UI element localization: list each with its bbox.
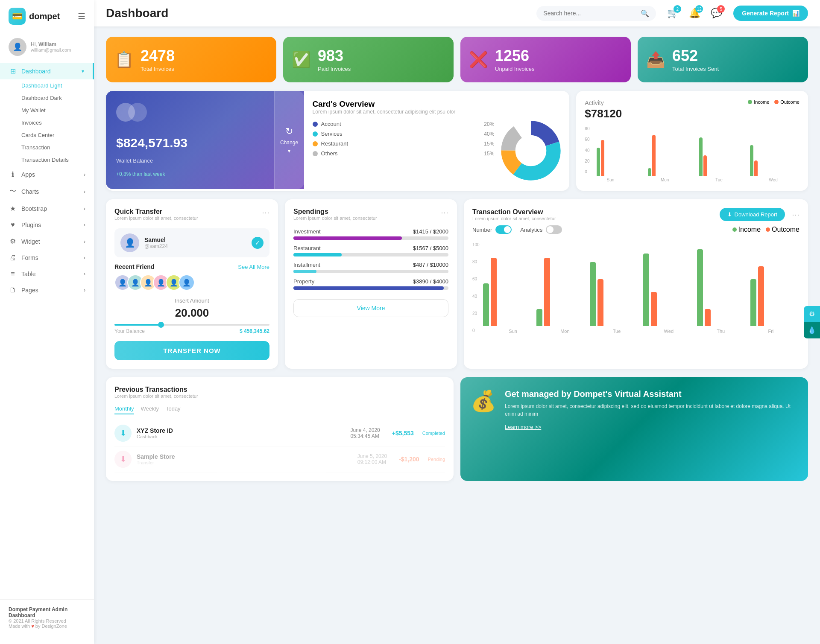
virtual-assistant-card: 💰 Get managed by Dompet's Virtual Assist… <box>460 377 808 481</box>
transaction-row-1: ⬇ XYZ Store ID Cashback June 4, 2020 05:… <box>114 420 445 446</box>
refresh-icon: ↻ <box>285 126 293 137</box>
sidebar-item-invoices[interactable]: Invoices <box>9 117 94 129</box>
paid-invoices-icon: ✅ <box>292 51 311 69</box>
sidebar: 💳 dompet ☰ 👤 Hi, William william@gmail.c… <box>0 0 94 644</box>
widget-arrow: › <box>84 239 85 245</box>
va-learn-more-link[interactable]: Learn more >> <box>505 424 541 430</box>
sidebar-item-transaction-details[interactable]: Transaction Details <box>9 154 94 166</box>
dashboard-subnav: Dashboard Light Dashboard Dark My Wallet… <box>0 79 94 166</box>
toggle-number-switch[interactable] <box>495 225 512 234</box>
sidebar-item-dashboard-dark[interactable]: Dashboard Dark <box>9 92 94 104</box>
to-legend: Income Outcome <box>732 226 800 233</box>
user-info: Hi, William william@gmail.com <box>31 41 71 52</box>
qt-menu-icon[interactable]: ⋯ <box>262 208 269 217</box>
transaction-row-2: ⬇ Sample Store Transfer June 5, 2020 09:… <box>114 446 445 472</box>
download-icon: ⬇ <box>727 211 732 218</box>
sidebar-item-charts[interactable]: 〜 Charts › <box>0 183 94 200</box>
sidebar-logo-area: 💳 dompet ☰ <box>0 0 94 31</box>
table-arrow: › <box>84 271 85 277</box>
hamburger-icon[interactable]: ☰ <box>78 11 85 21</box>
pie-chart <box>501 121 561 181</box>
legend-others: Others 15% <box>313 150 495 157</box>
cards-overview-subtitle: Lorem ipsum dolor sit amet, consectetur … <box>313 109 561 115</box>
to-title: Transaction Overview <box>472 208 556 216</box>
sidebar-item-my-wallet[interactable]: My Wallet <box>9 104 94 117</box>
balance-amount: $ 456,345.62 <box>240 328 269 334</box>
table-icon: ≡ <box>9 270 17 278</box>
settings-float-button[interactable]: ⚙ <box>804 306 820 322</box>
plugins-icon: ♥ <box>9 221 17 229</box>
sidebar-item-widget[interactable]: ⚙ Widget › <box>0 233 94 250</box>
cards-overview-panel: Card's Overview Lorem ipsum dolor sit am… <box>304 91 570 189</box>
spendings-menu-icon[interactable]: ⋯ <box>441 208 448 217</box>
water-float-button[interactable]: 💧 <box>804 322 820 338</box>
view-more-button[interactable]: View More <box>293 299 448 317</box>
friends-row: Recent Friend See All More <box>114 263 269 270</box>
message-icon-btn[interactable]: 💬 5 <box>708 5 725 21</box>
wallet-card: $824,571.93 Wallet Balance +0,8% than la… <box>106 91 304 189</box>
slider-thumb[interactable] <box>158 322 164 328</box>
total-invoices-icon: 📋 <box>114 51 134 69</box>
to-menu-icon[interactable]: ⋯ <box>792 210 800 219</box>
legend-services: Services 40% <box>313 131 495 137</box>
va-description: Lorem ipsum dolor sit amet, consectetur … <box>505 402 798 418</box>
tab-monthly[interactable]: Monthly <box>114 405 134 414</box>
header-icons: 🛒 2 🔔 12 💬 5 <box>665 5 725 21</box>
sidebar-item-pages[interactable]: 🗋 Pages › <box>0 282 94 298</box>
download-report-button[interactable]: ⬇ Download Report <box>720 208 785 221</box>
sidebar-item-cards-center[interactable]: Cards Center <box>9 129 94 141</box>
friend-avatar-6: 👤 <box>179 274 195 291</box>
dashboard-icon: ⊞ <box>9 67 17 75</box>
search-input[interactable] <box>543 10 637 17</box>
transfer-now-button[interactable]: TRANSFER NOW <box>114 341 269 360</box>
paid-invoices-number: 983 <box>318 47 351 65</box>
to-subtitle: Lorem ipsum dolor sit amet, consectetur <box>472 216 556 221</box>
widget-icon: ⚙ <box>9 237 17 245</box>
tab-weekly[interactable]: Weekly <box>141 405 159 414</box>
spendings-card: Spendings Lorem ipsum dolor sit amet, co… <box>285 199 457 369</box>
sidebar-item-bootstrap[interactable]: ★ Bootstrap › <box>0 200 94 217</box>
sidebar-item-dashboard-light[interactable]: Dashboard Light <box>9 79 94 92</box>
apps-arrow: › <box>84 172 85 178</box>
wallet-amount: $824,571.93 <box>116 136 294 150</box>
sidebar-item-table[interactable]: ≡ Table › <box>0 266 94 282</box>
legend-account: Account 20% <box>313 121 495 127</box>
toggle-analytics-switch[interactable] <box>546 225 562 234</box>
qt-subtitle: Lorem ipsum dolor sit amet, consectetur <box>114 216 198 221</box>
sidebar-item-dashboard[interactable]: ⊞ Dashboard ▾ <box>0 63 94 79</box>
spending-installment: Installment $487 / $10000 <box>293 262 448 273</box>
apps-icon: ℹ <box>9 170 17 178</box>
sidebar-item-plugins[interactable]: ♥ Plugins › <box>0 217 94 233</box>
bell-icon-btn[interactable]: 🔔 12 <box>686 5 703 21</box>
generate-report-button[interactable]: Generate Report 📊 <box>733 6 808 21</box>
transaction-overview-card: Transaction Overview Lorem ipsum dolor s… <box>464 199 808 369</box>
transfer-contact: 👤 Samuel @sam224 ✓ <box>114 228 269 257</box>
msg-badge: 5 <box>717 5 725 13</box>
search-icon: 🔍 <box>641 9 649 17</box>
wallet-change: +0,8% than last week <box>116 171 294 177</box>
change-card-button[interactable]: ↻ Change ▾ <box>274 91 304 189</box>
va-icon: 💰 <box>471 389 496 413</box>
trans-icon-2: ⬇ <box>114 451 132 468</box>
tab-today[interactable]: Today <box>166 405 181 414</box>
svg-point-4 <box>517 137 545 165</box>
spendings-subtitle: Lorem ipsum dolor sit amet, consectetur <box>293 216 377 221</box>
previous-transactions-card: Previous Transactions Lorem ipsum dolor … <box>106 377 454 481</box>
sidebar-item-transaction[interactable]: Transaction <box>9 141 94 154</box>
wallet-circles <box>116 103 294 122</box>
see-all-link[interactable]: See All More <box>238 264 269 270</box>
sidebar-item-forms[interactable]: 🖨 Forms › <box>0 250 94 266</box>
slider-track[interactable] <box>114 324 269 326</box>
cart-icon-btn[interactable]: 🛒 2 <box>665 5 681 21</box>
forms-arrow: › <box>84 255 85 261</box>
activity-income-legend: Income <box>748 99 769 105</box>
user-section: 👤 Hi, William william@gmail.com <box>0 31 94 63</box>
va-title: Get managed by Dompet's Virtual Assistan… <box>505 389 798 399</box>
to-income-legend: Income <box>732 226 761 233</box>
to-chart-area: 0 20 40 60 80 100 <box>472 241 800 335</box>
unpaid-invoices-icon: ❌ <box>469 51 488 69</box>
sidebar-item-apps[interactable]: ℹ Apps › <box>0 166 94 183</box>
right-float-panel: ⚙ 💧 <box>804 306 820 338</box>
contact-avatar: 👤 <box>120 233 139 252</box>
search-bar[interactable]: 🔍 <box>536 6 656 21</box>
